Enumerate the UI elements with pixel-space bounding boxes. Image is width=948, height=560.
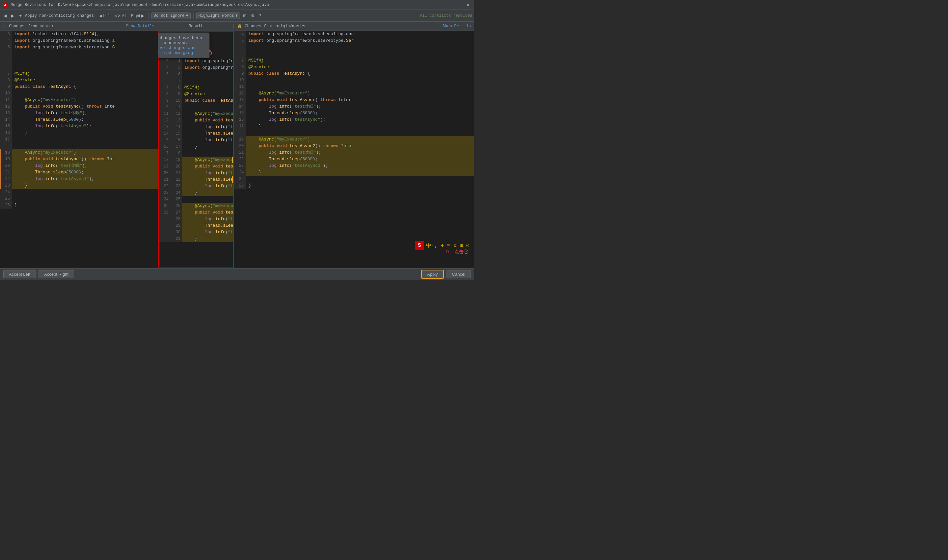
table-row: 4 import org.springframework.scheduling.… <box>0 37 158 44</box>
accept-right-button[interactable]: Accept Right <box>39 270 74 278</box>
table-row: 4 5 import org.springframework.stereotyp… <box>158 65 233 71</box>
left-show-details-link[interactable]: Show Details <box>126 24 154 29</box>
table-row: 23 24 } <box>158 189 233 196</box>
table-row: 17 18 <box>158 150 233 157</box>
check-icon: ✓ <box>3 24 6 29</box>
table-row: 22 log.info("testAsync1"); <box>0 176 158 182</box>
center-code-panel[interactable]: All changes have been processed. Save ch… <box>158 31 234 268</box>
gear-icon: ⚙ <box>251 14 254 18</box>
table-row: 19 @Async("myExecutor") <box>234 136 474 143</box>
table-row: 9 public class TestAsync { <box>0 83 158 90</box>
table-row: 17 <box>0 136 158 143</box>
table-row: 7 @Slf4j <box>0 71 158 77</box>
settings-button[interactable]: ⚙ <box>249 12 256 19</box>
right-panel-header: 🔒 Changes from origin/master Show Detail… <box>234 24 474 29</box>
next-icon: ▶ <box>11 14 14 18</box>
help-button[interactable]: ? <box>257 12 263 19</box>
table-row: 13 public void testAsync() throws Interr <box>234 97 474 103</box>
table-row <box>234 44 474 51</box>
left-panel-header: ✓ Changes from master Show Details <box>0 24 158 29</box>
table-row: 12 public void testAsync() throws Inte <box>0 103 158 110</box>
table-row <box>0 51 158 57</box>
ignore-dropdown[interactable]: Do not ignore ▼ <box>151 12 191 19</box>
table-row: 13 14 log.info("test休眠"); <box>158 124 233 130</box>
table-row <box>0 64 158 71</box>
table-row: 28 log.info("test休眠"); <box>158 216 233 222</box>
table-row: 21 log.info("test休眠"); <box>234 149 474 156</box>
table-row: 21 Thread.sleep(5000); <box>0 169 158 176</box>
table-row: 20 log.info("test休眠"); <box>0 163 158 169</box>
help-icon: ? <box>259 14 262 18</box>
merge-tooltip: All changes have been processed. Save ch… <box>158 32 210 58</box>
table-row: 22 23 log.info("testAsync2"); <box>158 183 233 189</box>
right-code-panel[interactable]: 4 import org.springframework.scheduling.… <box>234 31 474 268</box>
left-code-panel[interactable]: 3 import lombok.extern.slf4j.Slf4j; 4 im… <box>0 31 158 268</box>
right-show-details-link[interactable]: Show Details <box>442 24 471 29</box>
table-row <box>0 143 158 149</box>
apply-right-label: Right ▶ <box>131 14 144 18</box>
dropdown-arrow-icon: ▼ <box>186 14 188 18</box>
table-row: 9 public class TestAsync { <box>234 71 474 77</box>
table-row: 18 @Async("myExecutor") <box>0 149 158 156</box>
apply-right-button[interactable]: Right ▶ <box>129 12 146 19</box>
magic-icon: ✦ <box>19 14 22 18</box>
accept-left-button[interactable]: Accept Left <box>3 270 36 278</box>
table-row: 30 log.info("testAsync1"); <box>158 229 233 235</box>
table-row: 10 11 <box>158 104 233 111</box>
table-row: 16 17 } <box>158 143 233 150</box>
conflicts-resolved-label: All conflicts resolved <box>420 14 472 18</box>
table-row: 19 20 public void testAsync2() throws In… <box>158 163 233 170</box>
cancel-button[interactable]: Cancel <box>447 270 471 278</box>
table-row <box>234 130 474 136</box>
panel-headers-row: ✓ Changes from master Show Details Resul… <box>0 22 474 31</box>
apply-non-conflicting-label: Apply non-conflicting changes: <box>25 14 96 18</box>
table-row: 23 } <box>0 182 158 189</box>
table-row: 14 log.info("test休眠"); <box>234 103 474 110</box>
table-row: 15 16 log.info("testAsync"); <box>158 137 233 143</box>
table-row: 25 <box>234 176 474 182</box>
columns-button[interactable]: ⊞ <box>241 12 248 19</box>
table-row: 26 } <box>234 182 474 189</box>
table-row: 4 import org.springframework.scheduling.… <box>234 31 474 37</box>
apply-button[interactable]: Apply <box>421 270 444 279</box>
apply-left-label: ◀ Left <box>99 14 109 18</box>
table-row: 9 10 public class TestAsync { <box>158 97 233 104</box>
prev-conflict-button[interactable]: ◀ <box>2 12 8 19</box>
magic-button[interactable]: ✦ <box>17 12 24 19</box>
save-changes-link[interactable]: Save changes and finish merging <box>158 45 196 55</box>
title-bar-text: Merge Revisions for D:\workspace\zhangxi… <box>11 3 465 7</box>
prev-icon: ◀ <box>4 14 6 18</box>
highlight-dropdown[interactable]: Highlight words ▼ <box>196 12 240 19</box>
table-row: 24 25 <box>158 196 233 203</box>
table-row: 26 } <box>0 202 158 209</box>
toolbar-separator-2 <box>193 12 194 19</box>
table-row: 11 @Async("myExecutor") <box>0 97 158 103</box>
title-bar: Merge Revisions for D:\workspace\zhangxi… <box>0 0 474 10</box>
table-row: 16 } <box>0 130 158 136</box>
table-row: 8 @Service <box>0 77 158 83</box>
close-button[interactable]: ✕ <box>465 1 472 8</box>
table-row: 29 Thread.sleep(5000); <box>158 222 233 229</box>
columns-icon: ⊞ <box>243 14 246 18</box>
code-panels: 3 import lombok.extern.slf4j.Slf4j; 4 im… <box>0 31 474 268</box>
table-row: 7 8 @Slf4j <box>158 84 233 91</box>
table-row: 22 Thread.sleep(5000); <box>234 156 474 163</box>
table-row: 19 public void testAsync1() throws Int <box>0 156 158 163</box>
table-row <box>0 57 158 64</box>
table-row: 31 } <box>158 235 233 242</box>
svg-marker-0 <box>4 4 6 6</box>
toolbar-separator-1 <box>148 12 149 19</box>
apply-all-button[interactable]: ✕✕ All <box>113 12 128 19</box>
center-panel-title: Result <box>189 24 203 29</box>
highlight-dropdown-arrow-icon: ▼ <box>236 14 238 18</box>
next-conflict-button[interactable]: ▶ <box>9 12 16 19</box>
lock-icon: 🔒 <box>237 24 242 29</box>
table-row: 23 log.info("testAsync2"); <box>234 163 474 169</box>
table-row: 5 6 <box>158 71 233 78</box>
table-row: 12 @Async("myExecutor") <box>234 90 474 97</box>
apply-left-button[interactable]: ◀ Left <box>97 12 111 19</box>
table-row: 25 <box>0 195 158 202</box>
watermark-icons: 中·, ♦ ⌨ ♬ ⊞ ∞ <box>426 242 469 249</box>
table-row: 26 27 public void testAsync1() throws In… <box>158 209 233 216</box>
table-row: 17 } <box>234 123 474 130</box>
